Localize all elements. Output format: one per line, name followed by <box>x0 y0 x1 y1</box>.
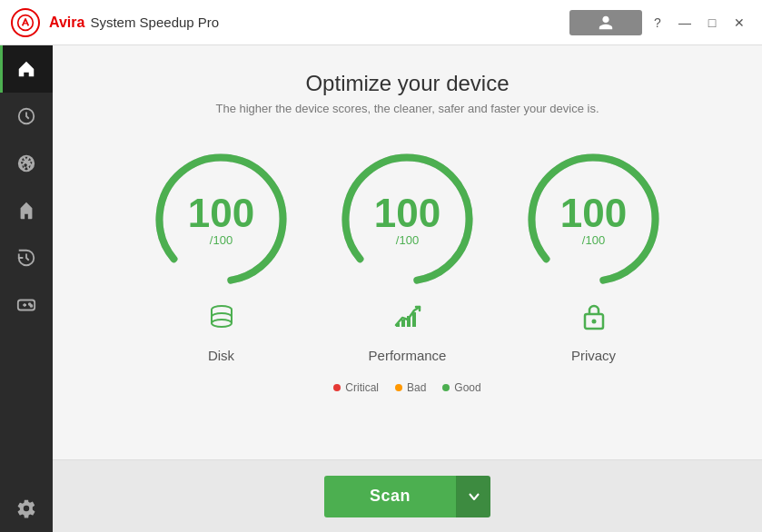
bad-label: Bad <box>407 381 426 394</box>
content-upper: Optimize your device The higher the devi… <box>53 45 762 459</box>
titlebar: Avira System Speedup Pro ? — □ ✕ <box>0 0 762 45</box>
sidebar-item-history[interactable] <box>0 234 53 281</box>
svg-point-4 <box>31 305 33 307</box>
close-button[interactable]: ✕ <box>727 11 751 34</box>
legend-good: Good <box>442 381 480 394</box>
scan-button[interactable]: Scan <box>324 476 456 517</box>
gauge-row: 100 /100 <box>146 144 668 363</box>
critical-dot <box>333 384 341 391</box>
main-layout: Optimize your device The higher the devi… <box>0 45 762 532</box>
home-icon <box>16 59 36 79</box>
gauge-privacy-center: 100 /100 <box>560 192 627 246</box>
sidebar-item-settings[interactable] <box>0 485 53 532</box>
svg-point-0 <box>18 15 34 30</box>
clock-icon <box>16 106 36 126</box>
help-button[interactable]: ? <box>646 11 669 34</box>
app-logo <box>11 8 40 37</box>
gauge-performance-wrap: 100 /100 <box>332 144 482 294</box>
svg-rect-18 <box>407 316 411 327</box>
page-subtitle: The higher the device scores, the cleane… <box>215 102 599 115</box>
history-icon <box>16 248 36 268</box>
svg-rect-19 <box>412 312 416 327</box>
sidebar-item-clock[interactable] <box>0 93 53 140</box>
disk-label: Disk <box>208 348 234 363</box>
chevron-down-icon <box>468 490 480 503</box>
sidebar-item-optimizer[interactable] <box>0 140 53 187</box>
performance-max: /100 <box>396 232 419 246</box>
gauge-privacy: 100 /100 Privacy <box>519 144 668 363</box>
disk-score: 100 <box>188 192 254 232</box>
sidebar-item-games[interactable] <box>0 281 53 329</box>
privacy-label: Privacy <box>571 348 616 363</box>
window-controls: ? — □ ✕ <box>569 10 751 35</box>
maximize-button[interactable]: □ <box>700 11 724 34</box>
gauge-disk-wrap: 100 /100 <box>146 144 296 294</box>
sidebar-item-cleaner[interactable] <box>0 187 53 234</box>
good-label: Good <box>454 381 480 394</box>
content-area: Optimize your device The higher the devi… <box>53 45 762 532</box>
bottom-bar: Scan <box>53 459 762 532</box>
legend: Critical Bad Good <box>333 381 480 394</box>
page-title: Optimize your device <box>305 71 509 96</box>
minimize-button[interactable]: — <box>673 11 697 34</box>
disk-max: /100 <box>210 232 233 246</box>
bad-dot <box>395 384 402 391</box>
legend-critical: Critical <box>333 381 379 394</box>
performance-label: Performance <box>369 348 447 363</box>
privacy-max: /100 <box>582 232 605 246</box>
cleaner-icon <box>16 201 36 221</box>
gauge-performance: 100 /100 <box>332 144 482 363</box>
legend-bad: Bad <box>395 381 426 394</box>
performance-score: 100 <box>374 192 440 232</box>
brand-name: Avira <box>49 15 84 31</box>
scan-dropdown-button[interactable] <box>456 476 490 517</box>
gauge-privacy-wrap: 100 /100 <box>519 144 668 294</box>
sidebar <box>0 45 53 532</box>
user-button[interactable] <box>569 10 642 35</box>
good-dot <box>442 384 450 391</box>
settings-icon <box>16 498 36 518</box>
gauge-disk: 100 /100 <box>146 144 296 363</box>
games-icon <box>16 295 36 315</box>
gauge-disk-center: 100 /100 <box>188 192 254 246</box>
privacy-score: 100 <box>560 192 627 232</box>
critical-label: Critical <box>345 381 379 394</box>
sidebar-item-home[interactable] <box>0 45 53 93</box>
product-name: System Speedup Pro <box>90 15 219 30</box>
svg-point-23 <box>591 320 596 324</box>
optimizer-icon <box>16 153 36 173</box>
gauge-performance-center: 100 /100 <box>374 192 440 246</box>
